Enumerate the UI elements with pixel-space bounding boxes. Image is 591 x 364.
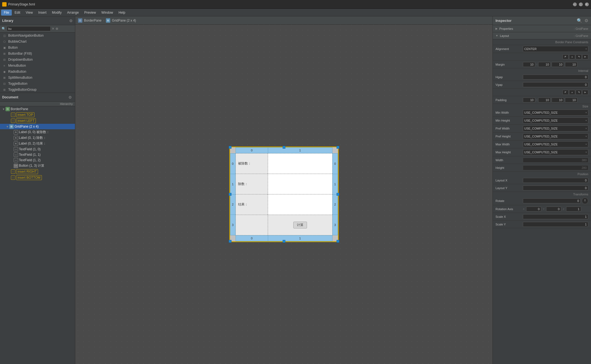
library-item-radiobutton[interactable]: ◉ RadioButton — [0, 69, 75, 75]
min-width-dropdown[interactable]: USE_COMPUTED_SIZE ▾ — [523, 110, 588, 116]
library-item-dropdownbutton[interactable]: ⊟ DropdownButton — [0, 57, 75, 63]
tree-item-insert-left[interactable]: □ insert LEFT — [0, 118, 75, 124]
align-topleft-btn[interactable]: ◤ — [563, 54, 569, 59]
min-height-dropdown[interactable]: USE_COMPUTED_SIZE ▾ — [523, 118, 588, 124]
menu-insert[interactable]: Insert — [36, 10, 49, 16]
titlebar: PrimaryStage.fxml ─ □ ✕ — [0, 0, 591, 9]
pref-width-dropdown[interactable]: USE_COMPUTED_SIZE ▾ — [523, 125, 588, 131]
menu-window[interactable]: Window — [99, 10, 116, 16]
grid-cell-tf-1-2[interactable] — [268, 194, 332, 215]
alignment-dropdown[interactable]: CENTER ▾ — [523, 46, 588, 52]
breadcrumb-borderpane[interactable]: BorderPane — [84, 19, 102, 22]
search-options-icon[interactable]: ⊕ — [56, 27, 58, 31]
handle-bottomright[interactable] — [337, 240, 339, 243]
close-button[interactable]: ✕ — [585, 2, 589, 6]
handle-topright[interactable] — [337, 146, 339, 149]
handle-topmid[interactable] — [283, 146, 285, 149]
tree-item-label-0-2[interactable]: A Label (0, 2) 结果： — [0, 141, 75, 146]
tree-item-button-1-3[interactable]: OK Button (1, 3) 计算 — [0, 163, 75, 169]
properties-section-header[interactable]: ▶ Properties : GridPane — [493, 25, 591, 32]
width-input[interactable] — [523, 158, 588, 163]
layout-y-input[interactable] — [523, 186, 588, 190]
library-item-bottomnavigationbutton[interactable]: ◫ BottomNavigationButton — [0, 33, 75, 39]
vgap-input[interactable] — [523, 82, 588, 87]
margin-bottom-input[interactable] — [552, 62, 564, 67]
inspector-gear-icon[interactable]: ⚙ — [584, 18, 588, 23]
pref-height-dropdown[interactable]: USE_COMPUTED_SIZE ▾ — [523, 133, 588, 139]
library-item-splitmenubutton[interactable]: ⊠ SplitMenuButton — [0, 75, 75, 81]
rotation-x-input[interactable] — [526, 207, 541, 212]
margin-right-input[interactable] — [538, 62, 551, 67]
pad-align-2-btn[interactable]: ▲ — [569, 90, 575, 95]
tree-toggle-borderpane[interactable]: ▼ — [2, 108, 5, 111]
inspector-search-icon[interactable]: 🔍 — [577, 18, 582, 23]
grid-cell-tf-1-1[interactable] — [268, 174, 332, 194]
align-topright-btn[interactable]: ◥ — [576, 54, 582, 59]
rotate-dial[interactable] — [582, 198, 588, 204]
padding-right-input[interactable] — [538, 98, 551, 102]
library-item-bubblechart[interactable]: ⬡ BubbleChart — [0, 39, 75, 45]
padding-bottom-input[interactable] — [552, 98, 564, 102]
margin-top-input[interactable] — [523, 62, 535, 67]
tree-item-insert-right[interactable]: □ insert RIGHT — [0, 169, 75, 175]
menu-modify[interactable]: Modify — [49, 10, 64, 16]
menu-arrange[interactable]: Arrange — [64, 10, 82, 16]
handle-topleft[interactable] — [229, 146, 231, 149]
rotation-z-input[interactable] — [566, 207, 581, 212]
height-input[interactable] — [523, 165, 588, 170]
margin-left-input[interactable] — [565, 62, 577, 67]
library-search-input[interactable] — [7, 26, 51, 31]
tree-item-textfield-1-0[interactable]: ▭ TextField (1, 0) — [0, 146, 75, 152]
tree-item-insert-bottom[interactable]: □ insert BOTTOM — [0, 175, 75, 181]
library-item-togglebutton[interactable]: ⊡ ToggleButton — [0, 81, 75, 87]
tree-item-insert-top[interactable]: □ insert TOP — [0, 112, 75, 118]
tree-item-label-0-1[interactable]: A Label (0, 1) 除数： — [0, 135, 75, 141]
search-clear-icon[interactable]: ✕ — [52, 27, 54, 31]
tree-item-textfield-1-1[interactable]: ▭ TextField (1, 1) — [0, 152, 75, 157]
handle-leftmid[interactable] — [229, 193, 231, 196]
handle-rightmid[interactable] — [337, 193, 339, 196]
align-topcenter-btn[interactable]: ▲ — [569, 54, 575, 59]
hgap-input[interactable] — [523, 75, 588, 80]
menu-view[interactable]: View — [23, 10, 36, 16]
scale-x-input[interactable] — [523, 214, 588, 219]
tree-item-gridpane[interactable]: ▼ ⊞ GridPane (2 x 4) — [0, 124, 75, 129]
internal-section-title: Internal — [493, 68, 591, 73]
minimize-button[interactable]: ─ — [573, 2, 577, 6]
library-item-button[interactable]: ▣ Button — [0, 45, 75, 51]
menu-file[interactable]: File — [1, 10, 12, 16]
calculate-button[interactable]: 计算 — [293, 222, 307, 228]
menu-preview[interactable]: Preview — [82, 10, 99, 16]
align-centerright-btn[interactable]: ▶ — [582, 54, 588, 59]
rotation-y-input[interactable] — [546, 207, 561, 212]
handle-bottomleft[interactable] — [229, 240, 231, 243]
library-item-togglebuttongroup[interactable]: ⊞ ToggleButtonGroup — [0, 87, 75, 93]
library-settings-icon[interactable]: ⚙ — [69, 19, 73, 23]
menu-edit[interactable]: Edit — [12, 10, 23, 16]
layout-section-header[interactable]: ▼ Layout : GridPane — [493, 32, 591, 39]
togglebutton-icon: ⊡ — [2, 81, 7, 86]
library-item-menubutton[interactable]: ≡ MenuButton — [0, 63, 75, 69]
menubar: File Edit View Insert Modify Arrange Pre… — [0, 9, 591, 16]
max-width-dropdown[interactable]: USE_COMPUTED_SIZE ▾ — [523, 141, 588, 147]
document-settings-icon[interactable]: ⚙ — [68, 95, 73, 99]
layout-x-input[interactable] — [523, 178, 588, 183]
max-height-dropdown[interactable]: USE_COMPUTED_SIZE ▾ — [523, 149, 588, 155]
padding-top-input[interactable] — [523, 98, 535, 102]
tree-item-label-0-0[interactable]: A Label (0, 0) 被除数： — [0, 129, 75, 135]
scale-x-label: Scale X — [496, 215, 523, 218]
tree-item-borderpane[interactable]: ▼ ⊡ BorderPane — [0, 106, 75, 112]
tree-item-textfield-1-2[interactable]: ▭ TextField (1, 2) — [0, 157, 75, 163]
handle-bottommid[interactable] — [283, 240, 285, 243]
pad-align-4-btn[interactable]: ▶ — [582, 90, 588, 95]
menu-help[interactable]: Help — [116, 10, 128, 16]
tree-toggle-gridpane[interactable]: ▼ — [5, 125, 9, 128]
scale-y-input[interactable] — [523, 222, 588, 227]
library-item-buttonbar[interactable]: ⊞ ButtonBar (FX8) — [0, 51, 75, 57]
pad-align-1-btn[interactable]: ◤ — [563, 90, 569, 95]
pad-align-3-btn[interactable]: ◥ — [576, 90, 582, 95]
grid-cell-tf-1-0[interactable] — [268, 153, 332, 174]
padding-left-input[interactable] — [565, 98, 577, 102]
maximize-button[interactable]: □ — [579, 2, 583, 6]
rotate-input[interactable] — [523, 198, 581, 203]
